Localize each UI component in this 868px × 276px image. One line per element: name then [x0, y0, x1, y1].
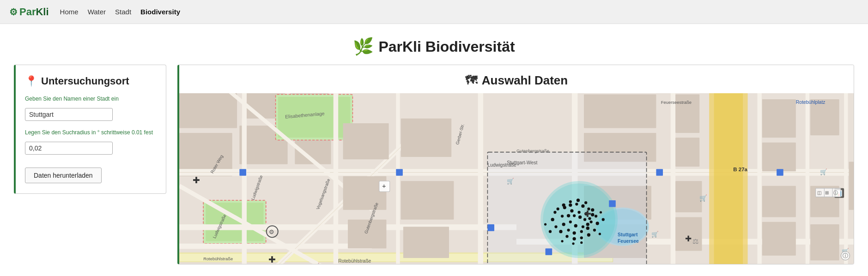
svg-text:◫: ◫ — [817, 190, 821, 195]
svg-text:Gutenbergstraße: Gutenbergstraße — [516, 149, 549, 153]
svg-point-95 — [593, 228, 596, 231]
panel-title-text: Untersuchungsort — [41, 75, 129, 87]
svg-point-75 — [570, 209, 573, 212]
svg-text:Stuttgart: Stuttgart — [618, 232, 638, 237]
svg-rect-1 — [179, 93, 237, 128]
svg-rect-56 — [849, 162, 854, 210]
radius-input[interactable] — [25, 142, 113, 155]
svg-point-99 — [584, 201, 587, 204]
svg-point-72 — [567, 228, 570, 231]
svg-rect-26 — [396, 93, 400, 264]
map-svg: 🛒 🛒 🛒 🛒 🛒 🛒 🛒 ✚ ✚ ✚ ✚ ⚙ ⚖ — [179, 93, 854, 264]
svg-point-93 — [580, 236, 583, 239]
svg-text:✚: ✚ — [584, 209, 591, 219]
svg-rect-55 — [810, 224, 839, 260]
svg-point-90 — [559, 230, 562, 233]
svg-rect-117 — [656, 169, 663, 176]
map-info-button[interactable]: ⓘ — [841, 251, 850, 260]
svg-point-79 — [586, 222, 589, 226]
svg-rect-16 — [179, 244, 372, 249]
svg-text:⚙: ⚙ — [269, 229, 274, 235]
svg-rect-114 — [487, 224, 494, 231]
brand-logo[interactable]: ⚙ ParKli — [9, 6, 49, 18]
nav-item-home[interactable]: Home — [60, 8, 79, 16]
svg-rect-52 — [762, 186, 796, 217]
svg-rect-113 — [396, 169, 403, 176]
panel-title: 📍 Untersuchungsort — [25, 75, 157, 87]
page-title: ParKli Biodiversität — [378, 38, 515, 55]
svg-rect-30 — [844, 93, 848, 264]
svg-rect-45 — [762, 99, 796, 138]
svg-rect-28 — [757, 93, 761, 264]
city-input[interactable] — [25, 108, 113, 121]
svg-point-102 — [562, 204, 565, 207]
svg-point-81 — [574, 224, 577, 228]
svg-point-104 — [549, 230, 552, 233]
svg-point-91 — [565, 235, 568, 238]
svg-point-76 — [577, 211, 580, 214]
svg-text:Rotebühlstraße: Rotebühlstraße — [203, 257, 233, 261]
svg-point-109 — [572, 242, 574, 245]
svg-point-88 — [551, 218, 554, 221]
svg-rect-37 — [401, 181, 454, 219]
page-content: 🌿 ParKli Biodiversität 📍 Untersuchungsor… — [0, 24, 868, 276]
radius-field-label: Legen Sie den Suchradius in ° schrittwei… — [25, 129, 157, 136]
nav-item-stadt[interactable]: Stadt — [115, 8, 131, 16]
svg-point-85 — [578, 216, 582, 219]
svg-rect-29 — [806, 93, 809, 264]
svg-rect-39 — [343, 123, 389, 159]
nav-item-biodiversity[interactable]: Biodiversity — [140, 8, 180, 16]
svg-text:B 27a: B 27a — [733, 167, 747, 172]
svg-point-103 — [557, 208, 559, 210]
svg-text:🛒: 🛒 — [651, 231, 659, 238]
svg-text:Rotebühlstraße: Rotebühlstraße — [338, 259, 371, 264]
svg-text:Feuerseestraße: Feuerseestraße — [661, 100, 692, 105]
svg-point-74 — [561, 215, 564, 217]
svg-point-96 — [596, 222, 599, 225]
svg-point-98 — [591, 208, 594, 211]
svg-point-100 — [577, 198, 580, 202]
svg-point-110 — [580, 241, 583, 244]
page-title-bar: 🌿 ParKli Biodiversität — [0, 24, 868, 65]
city-field-label: Geben Sie den Namen einer Stadt ein — [25, 96, 157, 102]
svg-point-105 — [544, 223, 546, 225]
svg-point-73 — [562, 222, 565, 226]
left-panel: 📍 Untersuchungsort Geben Sie den Namen e… — [14, 65, 166, 194]
svg-text:🛒: 🛒 — [507, 178, 514, 185]
svg-point-70 — [580, 230, 583, 233]
section-title-text: Auswahl Daten — [482, 73, 568, 88]
svg-rect-116 — [609, 200, 616, 207]
nav-item-water[interactable]: Water — [88, 8, 106, 16]
svg-rect-118 — [777, 169, 783, 176]
nav-links: Home Water Stadt Biodiversity — [60, 8, 180, 16]
svg-rect-23 — [478, 93, 483, 264]
map-book-icon: 🗺 — [465, 73, 477, 88]
svg-point-89 — [554, 225, 557, 228]
svg-text:⚖: ⚖ — [692, 238, 698, 245]
svg-text:🛒: 🛒 — [820, 168, 827, 176]
svg-text:✚: ✚ — [685, 234, 692, 243]
main-layout: 📍 Untersuchungsort Geben Sie den Namen e… — [0, 65, 868, 276]
svg-point-71 — [572, 231, 576, 234]
map-container[interactable]: 🛒 🛒 🛒 🛒 🛒 🛒 🛒 ✚ ✚ ✚ ✚ ⚙ ⚖ — [179, 93, 854, 264]
svg-point-67 — [591, 213, 594, 216]
svg-text:Rotebühlplatz: Rotebühlplatz — [796, 100, 826, 105]
svg-point-101 — [569, 200, 572, 203]
svg-rect-44 — [675, 138, 699, 167]
location-icon: 📍 — [25, 75, 37, 87]
download-button[interactable]: Daten herunterladen — [25, 168, 102, 183]
svg-rect-40 — [401, 119, 452, 157]
svg-text:Feuersee: Feuersee — [618, 239, 639, 244]
svg-point-97 — [595, 215, 597, 217]
svg-rect-112 — [239, 169, 246, 176]
svg-point-87 — [553, 211, 556, 214]
svg-rect-46 — [762, 143, 796, 172]
svg-rect-115 — [546, 248, 552, 255]
svg-rect-27 — [671, 93, 675, 264]
svg-point-82 — [569, 221, 572, 223]
right-panel: 🗺 Auswahl Daten — [177, 65, 854, 264]
svg-point-83 — [567, 214, 570, 217]
svg-text:Waldbaur-: Waldbaur- — [594, 264, 616, 264]
svg-rect-24 — [242, 93, 247, 264]
svg-point-108 — [599, 233, 601, 235]
